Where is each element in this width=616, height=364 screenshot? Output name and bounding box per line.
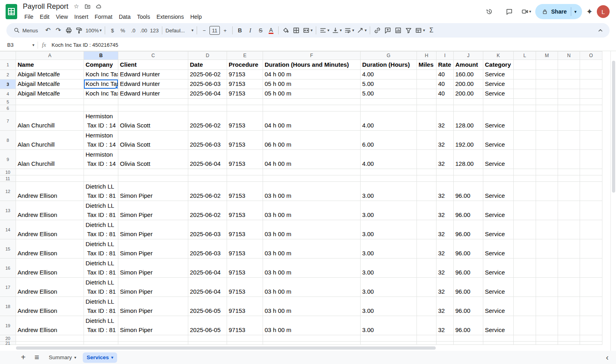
cell-F21[interactable] bbox=[263, 342, 361, 345]
cell-G20[interactable] bbox=[361, 335, 417, 342]
version-history-icon[interactable] bbox=[481, 4, 497, 20]
strikethrough-button[interactable]: S bbox=[255, 25, 266, 36]
cell-J15[interactable]: 96.00 bbox=[454, 239, 483, 259]
cell-D18[interactable]: 2025-06-05 bbox=[188, 297, 227, 316]
insert-link-button[interactable] bbox=[372, 25, 383, 36]
cell-N18[interactable] bbox=[558, 297, 580, 316]
cell-J2[interactable]: 160.00 bbox=[454, 70, 483, 80]
cell-F5[interactable] bbox=[263, 99, 361, 105]
cell-M16[interactable] bbox=[536, 259, 558, 278]
cell-J4[interactable]: 200.00 bbox=[454, 89, 483, 99]
cell-H17[interactable] bbox=[417, 278, 437, 297]
cell-B2[interactable]: Koch Inc Tax ID : 450216745 bbox=[84, 70, 118, 80]
cell-A18[interactable]: Andrew Ellison bbox=[16, 297, 84, 316]
cell-A3[interactable]: Abigail Metcalfe bbox=[16, 80, 84, 89]
col-header-F[interactable]: F bbox=[263, 51, 361, 60]
cell-N17[interactable] bbox=[558, 278, 580, 297]
cell-K19[interactable]: Service bbox=[483, 316, 514, 335]
cell-D19[interactable]: 2025-06-05 bbox=[188, 316, 227, 335]
cell-C7[interactable]: Olivia Scott bbox=[118, 111, 188, 131]
cell-G11[interactable] bbox=[361, 175, 417, 182]
cell-E4[interactable]: 97153 bbox=[227, 89, 263, 99]
cell-L17[interactable] bbox=[514, 278, 536, 297]
menu-edit[interactable]: Edit bbox=[37, 13, 53, 21]
cell-N9[interactable] bbox=[558, 150, 580, 169]
cell-D6[interactable] bbox=[188, 105, 227, 111]
cell-K9[interactable]: Service bbox=[483, 150, 514, 169]
cell-H7[interactable] bbox=[417, 111, 437, 131]
cell-D5[interactable] bbox=[188, 99, 227, 105]
cell-L16[interactable] bbox=[514, 259, 536, 278]
text-color-button[interactable]: A bbox=[266, 25, 276, 36]
menu-extensions[interactable]: Extensions bbox=[153, 13, 187, 21]
col-header-O[interactable]: O bbox=[580, 51, 602, 60]
row-header-12[interactable]: 12 bbox=[0, 182, 16, 201]
cell-H14[interactable] bbox=[417, 220, 437, 239]
insert-comment-button[interactable] bbox=[383, 25, 393, 36]
cell-E10[interactable] bbox=[227, 169, 263, 175]
cell-I8[interactable]: 32 bbox=[437, 131, 454, 150]
row-header-17[interactable]: 17 bbox=[0, 278, 16, 297]
cell-A21[interactable] bbox=[16, 342, 84, 345]
cell-K20[interactable] bbox=[483, 335, 514, 342]
cell-F18[interactable]: 03 h 00 m bbox=[263, 297, 361, 316]
cell-L13[interactable] bbox=[514, 201, 536, 220]
row-header-11[interactable]: 11 bbox=[0, 175, 16, 182]
cell-E18[interactable]: 97153 bbox=[227, 297, 263, 316]
cell-N6[interactable] bbox=[558, 105, 580, 111]
cell-J17[interactable]: 96.00 bbox=[454, 278, 483, 297]
cell-D21[interactable] bbox=[188, 342, 227, 345]
cell-M13[interactable] bbox=[536, 201, 558, 220]
cell-A16[interactable]: Andrew Ellison bbox=[16, 259, 84, 278]
cell-J19[interactable]: 96.00 bbox=[454, 316, 483, 335]
cell-F15[interactable]: 03 h 00 m bbox=[263, 239, 361, 259]
cell-A14[interactable]: Andrew Ellison bbox=[16, 220, 84, 239]
cell-E19[interactable]: 97153 bbox=[227, 316, 263, 335]
cell-M15[interactable] bbox=[536, 239, 558, 259]
cell-H19[interactable] bbox=[417, 316, 437, 335]
add-sheet-button[interactable]: + bbox=[18, 352, 29, 363]
cell-N11[interactable] bbox=[558, 175, 580, 182]
cell-I9[interactable]: 32 bbox=[437, 150, 454, 169]
gemini-sparkle-icon[interactable]: ✦ bbox=[586, 7, 593, 16]
col-header-I[interactable]: I bbox=[437, 51, 454, 60]
col-header-N[interactable]: N bbox=[558, 51, 580, 60]
cell-L1[interactable] bbox=[514, 60, 536, 70]
cell-I11[interactable] bbox=[437, 175, 454, 182]
cell-N3[interactable] bbox=[558, 80, 580, 89]
cell-N21[interactable] bbox=[558, 342, 580, 345]
cell-A6[interactable] bbox=[16, 105, 84, 111]
cell-B10[interactable] bbox=[84, 169, 118, 175]
cell-G14[interactable]: 3.00 bbox=[361, 220, 417, 239]
decrease-decimal-button[interactable]: .0 bbox=[128, 25, 138, 36]
cell-M7[interactable] bbox=[536, 111, 558, 131]
cell-K18[interactable]: Service bbox=[483, 297, 514, 316]
cell-B5[interactable] bbox=[84, 99, 118, 105]
cell-O19[interactable] bbox=[580, 316, 602, 335]
cell-E21[interactable] bbox=[227, 342, 263, 345]
redo-button[interactable]: ↷ bbox=[53, 25, 64, 36]
cell-L7[interactable] bbox=[514, 111, 536, 131]
cell-E20[interactable] bbox=[227, 335, 263, 342]
horizontal-scrollbar[interactable] bbox=[16, 345, 604, 351]
cell-J7[interactable]: 128.00 bbox=[454, 111, 483, 131]
cell-A11[interactable] bbox=[16, 175, 84, 182]
cell-M18[interactable] bbox=[536, 297, 558, 316]
cell-F3[interactable]: 05 h 00 m bbox=[263, 80, 361, 89]
cell-B1[interactable]: Company bbox=[84, 60, 118, 70]
cell-C19[interactable]: Simon Piper bbox=[118, 316, 188, 335]
cell-O6[interactable] bbox=[580, 105, 602, 111]
col-header-L[interactable]: L bbox=[514, 51, 536, 60]
cell-L14[interactable] bbox=[514, 220, 536, 239]
cell-H18[interactable] bbox=[417, 297, 437, 316]
cell-D8[interactable]: 2025-06-03 bbox=[188, 131, 227, 150]
formula-input[interactable]: Koch Inc Tax ID : 450216745 bbox=[52, 42, 118, 48]
cell-A4[interactable]: Abigail Metcalfe bbox=[16, 89, 84, 99]
cell-G4[interactable]: 5.00 bbox=[361, 89, 417, 99]
cell-J18[interactable]: 96.00 bbox=[454, 297, 483, 316]
row-header-4[interactable]: 4 bbox=[0, 89, 16, 99]
cell-K21[interactable] bbox=[483, 342, 514, 345]
cell-D4[interactable]: 2025-06-04 bbox=[188, 89, 227, 99]
cell-N16[interactable] bbox=[558, 259, 580, 278]
cell-N13[interactable] bbox=[558, 201, 580, 220]
